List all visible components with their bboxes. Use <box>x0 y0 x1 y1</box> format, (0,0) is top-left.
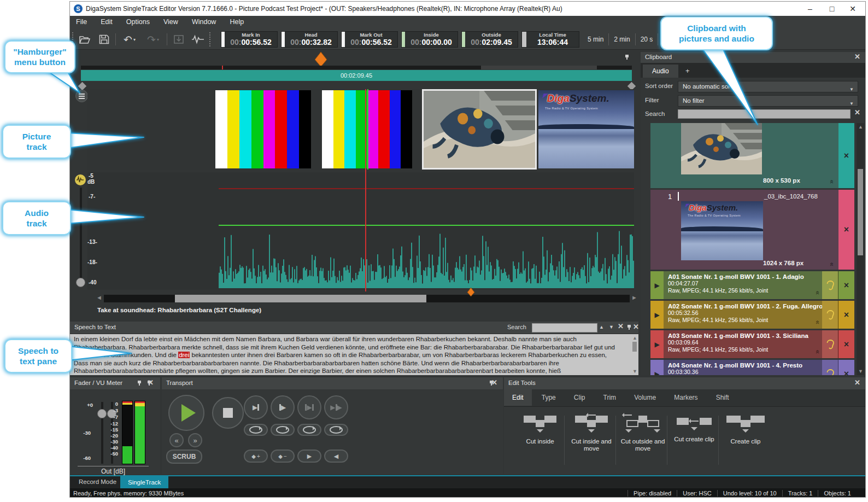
tab-record-mode[interactable]: Record Mode <box>73 478 122 485</box>
play-selection-button[interactable]: ▶ <box>297 395 321 419</box>
collapse-item-icon[interactable]: » <box>813 291 821 295</box>
scroll-right-arrow[interactable]: ► <box>631 294 637 301</box>
tab-shift[interactable]: Shift <box>708 389 737 406</box>
loop-button-2[interactable] <box>271 424 295 436</box>
tab-singletrack[interactable]: SingleTrack <box>120 476 168 488</box>
play-item-button[interactable]: ▶ <box>650 360 664 375</box>
track-gain-slider[interactable] <box>80 188 82 285</box>
overview-position-marker[interactable] <box>314 52 327 67</box>
save-icon[interactable] <box>96 32 112 46</box>
clipboard-picture-item-2[interactable]: 1 _03_ibc_1024_768 ◤DigaSystem. The Radi… <box>650 190 854 270</box>
delete-item-icon[interactable]: × <box>844 225 849 235</box>
volume-envelope-line[interactable] <box>219 225 634 226</box>
play-from-mark-button[interactable]: ▶ <box>271 395 295 419</box>
clipboard-audio-item-4[interactable]: ▶ A04 Sonate Nr. 1 g-moll BWV 1001 - 4. … <box>650 360 854 375</box>
play-item-button[interactable]: ▶ <box>650 330 664 358</box>
collapse-item-icon[interactable]: » <box>827 180 835 184</box>
mark-out-field[interactable]: Mark Out 00:00:56.52 <box>341 31 398 48</box>
tab-trim[interactable]: Trim <box>595 389 625 406</box>
redo-icon[interactable]: ↷▾ <box>143 32 163 46</box>
clipboard-picture-item-1[interactable]: 800 x 530 px » × <box>650 123 854 188</box>
tab-volume[interactable]: Volume <box>626 389 664 406</box>
timeline-scrollbar-thumb[interactable] <box>175 295 426 302</box>
play-button[interactable] <box>168 395 204 431</box>
edit-tools-pin-icon[interactable] <box>489 380 494 386</box>
picture-thumbnail-digasystem[interactable]: ◤DigaSystem. The Radio & TV Operating Sy… <box>681 201 763 260</box>
mark-in-field[interactable]: Mark In 00:00:56.52 <box>221 31 278 48</box>
clipboard-scroll-thumb[interactable] <box>858 169 863 255</box>
delete-item-icon[interactable]: × <box>838 301 854 329</box>
clipboard-audio-item-1[interactable]: ▶ A01 Sonate Nr. 1 g-moll BWV 1001 - 1. … <box>650 271 854 299</box>
search-next-icon[interactable]: ▼ <box>609 324 614 330</box>
picture-thumbnail-lizard[interactable] <box>681 123 762 174</box>
prelisten-ear-icon[interactable] <box>822 360 838 375</box>
minimize-button[interactable]: – <box>801 3 819 15</box>
cut-inside-tool[interactable]: Cut inside <box>515 416 565 445</box>
zoom-2min-button[interactable]: 2 min <box>609 36 635 43</box>
next-marker-button[interactable]: ▶ <box>297 450 321 463</box>
transport-pin-icon[interactable] <box>146 380 152 386</box>
menu-options[interactable]: Options <box>120 16 156 28</box>
clipboard-search-input[interactable] <box>678 109 851 119</box>
item-color-strip[interactable]: × <box>838 190 854 270</box>
clipboard-scroll-up-icon[interactable]: ▲ <box>858 124 863 130</box>
speech-pane-content[interactable]: In einem kleinen Dorf da lebte einst ein… <box>70 334 638 375</box>
collapse-item-icon[interactable]: » <box>827 262 835 266</box>
delete-item-icon[interactable]: × <box>838 271 854 299</box>
cut-outside-move-tool[interactable]: Cut outside and move <box>618 411 668 452</box>
play-item-button[interactable]: ▶ <box>650 301 664 329</box>
clipboard-close-icon[interactable]: ✕ <box>854 54 860 60</box>
skip-back-button[interactable]: « <box>169 433 184 447</box>
zoom-5min-button[interactable]: 5 min <box>583 36 608 43</box>
timeline-scrollbar[interactable] <box>104 295 630 302</box>
soundhead-marker[interactable] <box>467 288 475 297</box>
clipboard-audio-item-3[interactable]: ▶ A03 Sonate Nr. 1 g-moll BWV 1001 - 3. … <box>650 330 854 358</box>
track-volume-icon[interactable] <box>74 174 86 186</box>
tab-markers[interactable]: Markers <box>666 389 706 406</box>
edit-tools-close-icon[interactable]: ✕ <box>854 380 860 386</box>
audio-track[interactable] <box>87 172 634 290</box>
add-marker-button[interactable]: ◆+ <box>244 450 268 463</box>
cut-create-clip-tool[interactable]: Cut create clip <box>669 416 719 443</box>
delete-item-icon[interactable]: × <box>838 330 854 358</box>
hamburger-menu-button[interactable] <box>75 90 88 102</box>
picture-clip-digasystem[interactable]: ◤DigaSystem. The Radio & TV Operating Sy… <box>538 90 634 168</box>
overview-duration-bar[interactable]: 00:02:09.45 <box>81 70 632 81</box>
head-field[interactable]: Head 00:00:32.82 <box>281 31 338 48</box>
clipboard-audio-item-2[interactable]: ▶ A02 Sonate Nr. 1 g-moll BWV 1001 - 2. … <box>650 301 854 329</box>
collapse-item-icon[interactable]: » <box>813 350 821 354</box>
speech-scroll-down-icon[interactable]: ▼ <box>632 369 637 374</box>
clipboard-scroll-down-icon[interactable]: ▼ <box>858 369 863 374</box>
filter-select[interactable]: No filter▼ <box>678 95 858 107</box>
picture-track[interactable]: ◤DigaSystem. The Radio & TV Operating Sy… <box>87 89 634 170</box>
skip-forward-button[interactable]: » <box>188 433 202 447</box>
stop-button[interactable] <box>212 397 244 429</box>
track-gain-knob[interactable] <box>76 278 85 287</box>
speech-search-input[interactable] <box>532 323 597 332</box>
zoom-20s-button[interactable]: 20 s <box>636 36 658 43</box>
speech-close-icon[interactable]: ✕ <box>633 324 639 330</box>
playhead-line[interactable] <box>365 89 366 291</box>
overview-strip[interactable] <box>81 66 632 69</box>
item-color-strip[interactable]: × <box>838 123 854 188</box>
create-clip-tool[interactable]: Create clip <box>720 416 771 445</box>
search-prev-icon[interactable]: ▲ <box>599 324 604 330</box>
clipboard-search-clear-icon[interactable]: ✕ <box>854 109 860 116</box>
picture-clip-colorbars-1[interactable] <box>215 90 311 168</box>
play-around-button[interactable]: ▶▶ <box>324 395 348 419</box>
fader-pin-icon[interactable] <box>137 380 142 386</box>
cut-inside-move-tool[interactable]: Cut inside and move <box>566 411 617 452</box>
undo-icon[interactable]: ↶▾ <box>120 32 139 46</box>
tab-clip[interactable]: Clip <box>566 389 594 406</box>
menu-file[interactable]: File <box>70 16 93 28</box>
delete-item-icon[interactable]: × <box>844 151 849 161</box>
import-icon[interactable] <box>171 32 186 46</box>
tab-type[interactable]: Type <box>533 389 564 406</box>
local-time-field[interactable]: Local Time 13:06:44 <box>521 31 579 48</box>
prev-marker-button[interactable]: ◀ <box>324 450 348 463</box>
picture-clip-lizard[interactable] <box>422 89 537 170</box>
inside-field[interactable]: Inside 00:00:00.00 <box>401 31 458 48</box>
clipboard-pin-icon[interactable] <box>624 54 630 60</box>
close-button[interactable]: ✕ <box>843 3 862 15</box>
maximize-button[interactable]: □ <box>823 3 841 15</box>
